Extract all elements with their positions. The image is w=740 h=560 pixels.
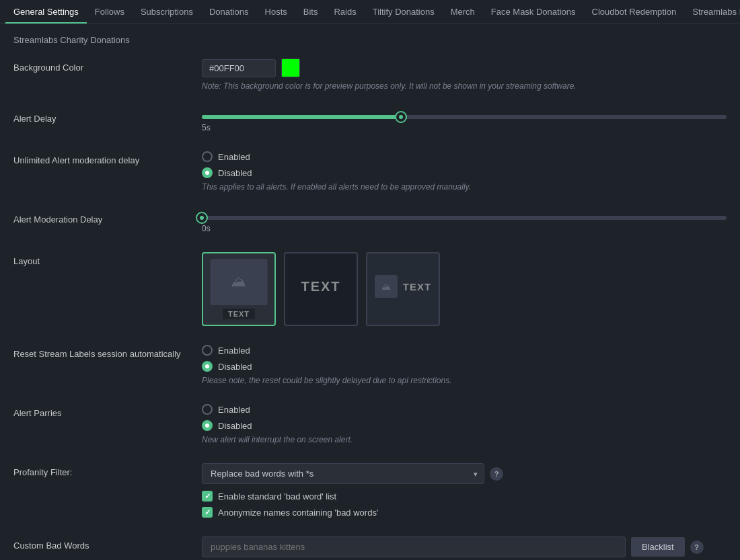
nav-item-tiltify[interactable]: Tiltify Donations xyxy=(365,1,443,24)
layout3-text-label: TEXT xyxy=(403,281,431,292)
layout-label: Layout xyxy=(13,252,202,266)
unlimited-enabled-option[interactable]: Enabled xyxy=(202,151,727,162)
layout-option-2[interactable]: TEXT xyxy=(284,252,358,326)
settings-content: Streamlabs Charity Donations Background … xyxy=(0,24,740,560)
enable-standard-checkbox-item[interactable]: Enable standard 'bad word' list xyxy=(202,491,727,502)
layout1-image: ⛰ xyxy=(211,259,268,305)
alert-moderation-delay-row: Alert Moderation Delay 0s xyxy=(13,210,727,233)
layout-options: ⛰ TEXT TEXT ⛰ TEXT xyxy=(202,252,727,326)
unlimited-moderation-control: Enabled Disabled This applies to all ale… xyxy=(202,151,727,192)
alert-delay-row: Alert Delay 5s xyxy=(13,110,727,132)
nav-item-merch[interactable]: Merch xyxy=(443,1,483,24)
alert-parries-label: Alert Parries xyxy=(13,404,202,418)
parries-enabled-label: Enabled xyxy=(218,405,250,415)
layout-option-1[interactable]: ⛰ TEXT xyxy=(202,252,276,326)
nav-item-follows[interactable]: Follows xyxy=(87,1,133,24)
unlimited-moderation-label: Unlimited Alert moderation delay xyxy=(13,151,202,165)
reset-stream-labels-radio-group: Enabled Disabled xyxy=(202,345,727,372)
background-color-row: Background Color Note: This background c… xyxy=(13,58,727,91)
unlimited-enabled-radio[interactable] xyxy=(202,151,213,162)
reset-disabled-label: Disabled xyxy=(218,362,252,372)
reset-disabled-radio[interactable] xyxy=(202,361,213,372)
custom-bad-words-label: Custom Bad Words xyxy=(13,536,202,551)
nav-item-bits[interactable]: Bits xyxy=(295,1,326,24)
parries-disabled-option[interactable]: Disabled xyxy=(202,420,727,431)
layout-option-3[interactable]: ⛰ TEXT xyxy=(366,252,440,326)
nav-item-hosts[interactable]: Hosts xyxy=(257,1,295,24)
reset-stream-labels-row: Reset Stream Labels session automaticall… xyxy=(13,345,727,385)
layout1-text-label: TEXT xyxy=(223,309,255,319)
unlimited-disabled-radio[interactable] xyxy=(202,167,213,178)
profanity-filter-label: Profanity Filter: xyxy=(13,463,202,477)
background-color-control: Note: This background color is for previ… xyxy=(202,58,727,91)
color-text-input[interactable] xyxy=(202,59,276,77)
unlimited-moderation-row: Unlimited Alert moderation delay Enabled… xyxy=(13,151,727,192)
nav-item-raids[interactable]: Raids xyxy=(326,1,364,24)
custom-bad-words-row: Custom Bad Words Blacklist ? xyxy=(13,536,727,557)
alert-delay-value: 5s xyxy=(202,123,727,132)
profanity-filter-dropdown[interactable]: Replace bad words with *s Remove bad wor… xyxy=(202,463,484,484)
unlimited-moderation-radio-group: Enabled Disabled xyxy=(202,151,727,178)
alert-delay-thumb[interactable] xyxy=(395,111,407,123)
unlimited-disabled-option[interactable]: Disabled xyxy=(202,167,727,178)
layout3-inner: ⛰ TEXT xyxy=(367,253,439,319)
parries-enabled-option[interactable]: Enabled xyxy=(202,404,727,415)
layout1-image-icon: ⛰ xyxy=(231,273,246,290)
section-title: Streamlabs Charity Donations xyxy=(13,35,727,45)
reset-enabled-label: Enabled xyxy=(218,346,250,356)
nav-item-general[interactable]: General Settings xyxy=(5,1,87,24)
nav-bar: General Settings Follows Subscriptions D… xyxy=(0,0,740,24)
nav-item-primegift[interactable]: Streamlabs Prime Gift xyxy=(684,1,740,24)
alert-delay-fill xyxy=(202,115,401,119)
parries-disabled-label: Disabled xyxy=(218,421,252,431)
alert-delay-thumb-inner xyxy=(399,115,403,119)
reset-enabled-radio[interactable] xyxy=(202,345,213,356)
unlimited-disabled-label: Disabled xyxy=(218,168,252,178)
alert-parries-row: Alert Parries Enabled Disabled New alert… xyxy=(13,404,727,444)
reset-enabled-option[interactable]: Enabled xyxy=(202,345,727,356)
blacklist-button[interactable]: Blacklist xyxy=(631,537,685,557)
custom-bad-words-input[interactable] xyxy=(202,536,626,557)
custom-bad-words-input-row: Blacklist ? xyxy=(202,536,727,557)
custom-bad-words-control: Blacklist ? xyxy=(202,536,727,557)
alert-delay-label: Alert Delay xyxy=(13,110,202,124)
background-color-note: Note: This background color is for previ… xyxy=(202,81,727,91)
alert-moderation-delay-thumb[interactable] xyxy=(196,212,208,224)
layout-control: ⛰ TEXT TEXT ⛰ TEXT xyxy=(202,252,727,326)
nav-item-facemask[interactable]: Face Mask Donations xyxy=(483,1,584,24)
layout-row: Layout ⛰ TEXT TEXT ⛰ xyxy=(13,252,727,326)
alert-moderation-delay-value: 0s xyxy=(202,224,727,233)
anonymize-names-checkbox[interactable] xyxy=(202,507,213,518)
alert-moderation-delay-thumb-inner xyxy=(200,216,204,220)
alert-parries-info: New alert will interrupt the on screen a… xyxy=(202,435,727,444)
anonymize-names-label: Anonymize names containing 'bad words' xyxy=(218,508,378,518)
reset-stream-labels-info: Please note, the reset could be slightly… xyxy=(202,376,727,385)
alert-parries-radio-group: Enabled Disabled xyxy=(202,404,727,431)
layout3-image-icon: ⛰ xyxy=(381,281,391,292)
profanity-filter-row: Profanity Filter: Replace bad words with… xyxy=(13,463,727,518)
unlimited-moderation-info: This applies to all alerts. If enabled a… xyxy=(202,182,727,192)
color-swatch[interactable] xyxy=(281,58,300,77)
unlimited-enabled-label: Enabled xyxy=(218,152,250,162)
nav-item-subscriptions[interactable]: Subscriptions xyxy=(133,1,201,24)
parries-disabled-radio[interactable] xyxy=(202,420,213,431)
custom-bad-words-help-icon[interactable]: ? xyxy=(690,541,704,554)
nav-item-cloudbot[interactable]: Cloudbot Redemption xyxy=(584,1,685,24)
color-input-row xyxy=(202,58,727,77)
reset-stream-labels-label: Reset Stream Labels session automaticall… xyxy=(13,345,202,359)
anonymize-names-checkbox-item[interactable]: Anonymize names containing 'bad words' xyxy=(202,507,727,518)
profanity-filter-dropdown-row: Replace bad words with *s Remove bad wor… xyxy=(202,463,727,484)
parries-enabled-radio[interactable] xyxy=(202,404,213,415)
profanity-checkbox-group: Enable standard 'bad word' list Anonymiz… xyxy=(202,491,727,518)
profanity-filter-control: Replace bad words with *s Remove bad wor… xyxy=(202,463,727,518)
enable-standard-label: Enable standard 'bad word' list xyxy=(218,491,336,502)
alert-moderation-delay-control: 0s xyxy=(202,210,727,233)
profanity-filter-help-icon[interactable]: ? xyxy=(490,467,503,481)
alert-delay-track xyxy=(202,115,727,119)
alert-moderation-delay-track xyxy=(202,216,727,220)
profanity-filter-dropdown-wrapper: Replace bad words with *s Remove bad wor… xyxy=(202,463,484,484)
nav-item-donations[interactable]: Donations xyxy=(201,1,257,24)
reset-disabled-option[interactable]: Disabled xyxy=(202,361,727,372)
enable-standard-checkbox[interactable] xyxy=(202,491,213,502)
alert-parries-control: Enabled Disabled New alert will interrup… xyxy=(202,404,727,444)
